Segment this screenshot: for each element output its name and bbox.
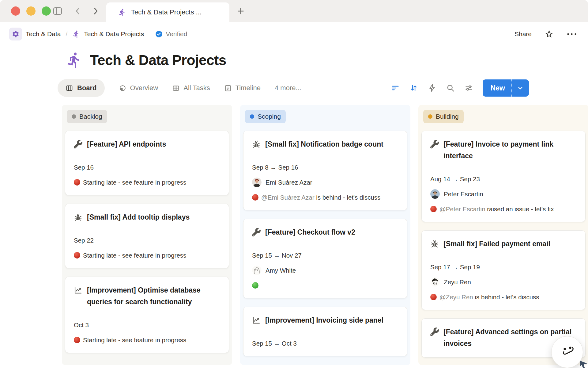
card-date: Sep 16 <box>74 163 220 172</box>
share-button[interactable]: Share <box>514 30 532 38</box>
column-scoping: Scoping [Small fix] Notification badge c… <box>240 105 410 365</box>
card[interactable]: [Small fix] Notification badge count Sep… <box>243 131 407 210</box>
chevron-left-icon <box>73 6 83 16</box>
card-title: [Small fix] Add tooltip displays <box>87 211 190 223</box>
new-tab-button[interactable] <box>234 5 247 17</box>
teamspace-gear-icon <box>9 28 22 40</box>
red-circle-icon <box>430 206 437 212</box>
card-date: Sep 15 → Nov 27 <box>252 251 398 260</box>
card-title: [Feature] Invoice to payment link interf… <box>443 138 577 162</box>
status-dot-blue <box>250 114 254 119</box>
new-button-dropdown[interactable] <box>512 85 529 91</box>
avatar-amy <box>252 266 262 275</box>
red-circle-icon <box>252 194 258 201</box>
board-icon <box>66 84 73 92</box>
more-options-button[interactable] <box>567 29 577 39</box>
avatar-zeyu <box>430 277 440 287</box>
tab-board[interactable]: Board <box>58 79 105 97</box>
card-assignee: Amy White <box>252 266 398 275</box>
kanban-board: Backlog [Feature] API endpoints Sep 16 S… <box>0 105 588 365</box>
card[interactable]: [Improvement] Invoicing side panel Sep 1… <box>243 307 407 356</box>
breadcrumb-page[interactable]: Tech & Data Projects <box>84 30 144 38</box>
card[interactable]: [Feature] Invoice to payment link interf… <box>421 131 586 222</box>
mention: @Peter Escartin <box>439 205 485 213</box>
view-controls: New <box>391 79 529 97</box>
card-status: @Zeyu Ren is behind - let's discuss <box>430 292 577 302</box>
tab-all-tasks[interactable]: All Tasks <box>172 84 210 92</box>
minimize-button[interactable] <box>26 6 36 16</box>
tab-timeline[interactable]: Timeline <box>224 84 261 92</box>
card-title: [Feature] Checkout flow v2 <box>265 226 355 238</box>
card[interactable]: [Feature] API endpoints Sep 16 Starting … <box>65 131 229 195</box>
column-header-scoping[interactable]: Scoping <box>245 110 286 123</box>
assignee-name: Emi Suárez Azar <box>266 179 312 186</box>
card-assignee: Zeyu Ren <box>430 277 577 287</box>
zoom-button[interactable] <box>42 6 51 16</box>
wrench-icon <box>252 228 261 236</box>
card-title: [Feature] API endpoints <box>87 138 166 150</box>
card[interactable]: [Small fix] Failed payment email Sep 17 … <box>421 230 586 310</box>
breadcrumb-teamspace[interactable]: Tech & Data <box>26 30 61 38</box>
card-date: Aug 14 → Sep 23 <box>430 174 577 184</box>
card[interactable]: [Feature] Checkout flow v2 Sep 15 → Nov … <box>243 219 407 298</box>
view-settings-button[interactable] <box>464 83 473 93</box>
active-tab[interactable]: Tech & Data Projects ... <box>106 2 229 22</box>
browser-tab-bar: Tech & Data Projects ... <box>0 0 588 22</box>
sidebar-toggle-button[interactable] <box>51 5 64 17</box>
notion-faces-button[interactable] <box>551 336 583 368</box>
assignee-name: Zeyu Ren <box>444 278 471 286</box>
verified-badge[interactable]: Verified <box>155 30 187 38</box>
column-name: Backlog <box>79 113 102 120</box>
card-status: @Peter Escartin raised an issue - let's … <box>430 204 577 214</box>
green-circle-icon <box>252 282 258 289</box>
tab-title: Tech & Data Projects ... <box>131 8 202 16</box>
breadcrumb-separator: / <box>66 30 67 38</box>
card-status: Starting late - see feature in progress <box>74 335 220 345</box>
plus-icon <box>236 6 245 16</box>
mention: @Zeyu Ren <box>439 293 473 301</box>
card-title: [Improvement] Optimise database queries … <box>87 284 220 308</box>
card-assignee: Peter Escartin <box>430 189 577 199</box>
card-list: [Small fix] Notification badge count Sep… <box>243 131 407 356</box>
header-actions: Share <box>514 29 577 39</box>
card-status: @Emi Suárez Azar is behind - let's discu… <box>252 193 398 202</box>
column-header-backlog[interactable]: Backlog <box>67 110 107 123</box>
card-status: Starting late - see feature in progress <box>74 178 220 187</box>
sliders-icon <box>465 84 473 92</box>
close-button[interactable] <box>11 6 20 16</box>
column-header-building[interactable]: Building <box>423 110 464 123</box>
new-button-group: New <box>483 79 529 97</box>
assignee-name: Peter Escartin <box>444 190 483 198</box>
avatar-peter <box>430 189 440 199</box>
verified-seal-icon <box>155 30 163 38</box>
search-button[interactable] <box>446 83 455 93</box>
sort-button[interactable] <box>409 83 418 93</box>
wrench-icon <box>74 140 82 148</box>
red-circle-icon <box>74 337 80 343</box>
forward-button[interactable] <box>89 5 102 17</box>
card-date: Sep 15 → Oct 3 <box>252 339 398 348</box>
tab-overview[interactable]: Overview <box>119 84 158 92</box>
back-button[interactable] <box>71 5 85 17</box>
new-button[interactable]: New <box>483 84 511 92</box>
page-icon[interactable] <box>66 52 83 69</box>
page-title-row: Tech & Data Projects <box>0 47 588 74</box>
page-title[interactable]: Tech & Data Projects <box>90 52 226 68</box>
bug-icon <box>252 140 261 148</box>
filter-button[interactable] <box>391 83 400 93</box>
automation-button[interactable] <box>428 83 437 93</box>
runner-icon <box>72 30 80 38</box>
avatar-emi <box>252 178 262 187</box>
red-circle-icon <box>74 179 80 186</box>
bug-icon <box>74 213 82 221</box>
favorite-star-button[interactable] <box>545 29 554 39</box>
search-icon <box>446 84 455 92</box>
status-dot-orange <box>428 114 432 119</box>
mention: @Emi Suárez Azar <box>261 194 314 201</box>
more-views-button[interactable]: 4 more... <box>275 84 301 92</box>
card-date: Sep 17 → Sep 19 <box>430 263 577 272</box>
chevron-down-icon <box>517 85 524 91</box>
card[interactable]: [Small fix] Add tooltip displays Sep 22 … <box>65 204 229 268</box>
assignee-name: Amy White <box>266 267 296 274</box>
card[interactable]: [Improvement] Optimise database queries … <box>65 277 229 353</box>
